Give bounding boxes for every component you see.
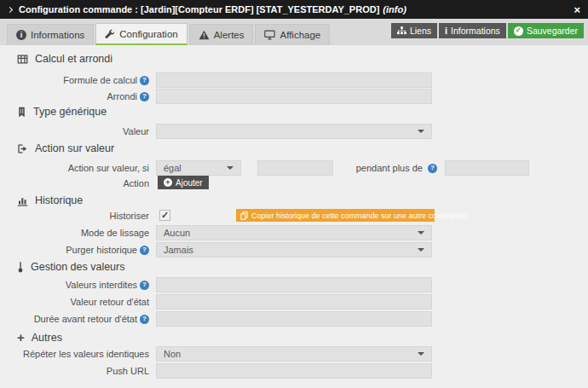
tab-informations[interactable]: i Informations xyxy=(7,24,94,45)
pendant-plus-de-label: pendant plus de? xyxy=(328,160,437,176)
tab-label: Affichage xyxy=(280,30,320,40)
button-label: Sauvegarder xyxy=(527,26,578,36)
historiser-checkbox[interactable]: ✓ xyxy=(159,210,170,221)
mode-de-lissage-select[interactable]: Aucun xyxy=(156,225,432,240)
valeurs-interdites-label: Valeurs interdites? xyxy=(0,277,149,292)
tab-alertes[interactable]: Alertes xyxy=(189,24,254,45)
select-value: Jamais xyxy=(164,245,193,255)
info-icon: i xyxy=(445,26,447,36)
duree-avant-retour-etat-input[interactable] xyxy=(156,311,432,327)
info-circle-icon: i xyxy=(16,30,26,40)
push-url-input[interactable] xyxy=(156,363,432,379)
condition-value-input[interactable] xyxy=(257,160,333,176)
purger-historique-select[interactable]: Jamais xyxy=(156,242,432,258)
bookmark-icon xyxy=(17,107,26,118)
valeur-retour-etat-label: Valeur retour d'état xyxy=(0,294,149,310)
dialog-title: Configuration commande : [Jardin][Compte… xyxy=(19,4,379,14)
plus-circle-icon: + xyxy=(164,178,172,187)
formule-de-calcul-label: Formule de calcul? xyxy=(0,72,149,88)
button-label: Informations xyxy=(451,26,500,36)
help-icon[interactable]: ? xyxy=(140,92,149,101)
select-value: Aucun xyxy=(164,228,190,238)
tab-label: Alertes xyxy=(214,30,245,40)
informations-button[interactable]: i Informations xyxy=(439,23,506,38)
dialog-title-type: (info) xyxy=(383,4,406,14)
dialog-titlebar: Configuration commande : [Jardin][Compte… xyxy=(0,0,588,19)
section-action-sur-valeur-title: Action sur valeur xyxy=(17,142,114,154)
tab-configuration[interactable]: Configuration xyxy=(95,23,187,45)
button-label: Liens xyxy=(410,26,431,36)
monitor-icon xyxy=(264,30,275,40)
button-label: Copier historique de cette commande sur … xyxy=(251,211,466,220)
arrondi-label: Arrondi? xyxy=(0,89,149,104)
button-label: Ajouter xyxy=(176,178,203,188)
valeur-label: Valeur xyxy=(0,124,149,139)
select-value: égal xyxy=(164,163,182,173)
historiser-label: Historiser xyxy=(0,208,149,223)
wrench-icon xyxy=(105,29,115,39)
chevron-down-icon xyxy=(418,231,424,235)
help-icon[interactable]: ? xyxy=(140,315,149,324)
duree-avant-retour-etat-label: Durée avant retour d'état? xyxy=(0,311,149,327)
action-label: Action xyxy=(0,176,149,191)
valeurs-interdites-input[interactable] xyxy=(156,277,432,292)
plus-icon: + xyxy=(17,331,25,344)
tab-label: Informations xyxy=(31,30,84,40)
chevron-right-icon xyxy=(7,6,13,12)
action-sur-valeur-si-label: Action sur valeur, si xyxy=(0,160,149,176)
tab-affichage[interactable]: Affichage xyxy=(255,24,330,45)
table-icon xyxy=(17,54,28,65)
ajouter-button[interactable]: + Ajouter xyxy=(158,176,209,189)
chevron-down-icon xyxy=(227,166,233,170)
bar-chart-icon xyxy=(17,195,28,206)
repeter-valeurs-identiques-label: Répéter les valeurs identiques xyxy=(0,346,149,362)
purger-historique-label: Purger historique? xyxy=(0,242,149,258)
chevron-down-icon xyxy=(418,130,424,133)
help-icon[interactable]: ? xyxy=(140,281,149,290)
formule-de-calcul-input[interactable] xyxy=(156,72,432,88)
thermometer-icon xyxy=(17,261,24,273)
push-url-label: Push URL xyxy=(0,363,149,379)
copy-icon xyxy=(240,211,248,220)
sauvegarder-button[interactable]: ✓ Sauvegarder xyxy=(508,23,584,38)
valeur-retour-etat-input[interactable] xyxy=(156,294,432,310)
section-type-generique-title: Type générique xyxy=(17,106,107,118)
valeur-select[interactable] xyxy=(156,124,432,139)
warning-triangle-icon xyxy=(199,30,210,40)
liens-button[interactable]: Liens xyxy=(391,23,437,38)
section-calcul-title: Calcul et arrondi xyxy=(17,53,112,65)
help-icon[interactable]: ? xyxy=(140,246,149,255)
select-value: Non xyxy=(164,349,181,359)
header-actions: Liens i Informations ✓ Sauvegarder xyxy=(391,23,584,38)
sitemap-icon xyxy=(397,26,406,35)
condition-select[interactable]: égal xyxy=(156,160,241,176)
check-circle-icon: ✓ xyxy=(514,26,523,36)
mode-de-lissage-label: Mode de lissage xyxy=(0,225,149,240)
copier-historique-button[interactable]: Copier historique de cette commande sur … xyxy=(236,209,435,222)
section-autres-title: + Autres xyxy=(17,331,62,344)
help-icon[interactable]: ? xyxy=(140,76,149,85)
chevron-down-icon xyxy=(418,352,424,356)
close-icon[interactable]: × xyxy=(574,4,580,15)
section-gestion-valeurs-title: Gestion des valeurs xyxy=(17,261,124,273)
sign-out-icon xyxy=(17,143,28,154)
help-icon[interactable]: ? xyxy=(428,164,437,173)
chevron-down-icon xyxy=(418,248,424,252)
arrondi-input[interactable] xyxy=(156,89,432,104)
section-historique-title: Historique xyxy=(17,194,83,206)
pendant-plus-de-input[interactable] xyxy=(445,160,529,176)
repeter-valeurs-identiques-select[interactable]: Non xyxy=(156,346,432,362)
tab-label: Configuration xyxy=(119,29,177,39)
